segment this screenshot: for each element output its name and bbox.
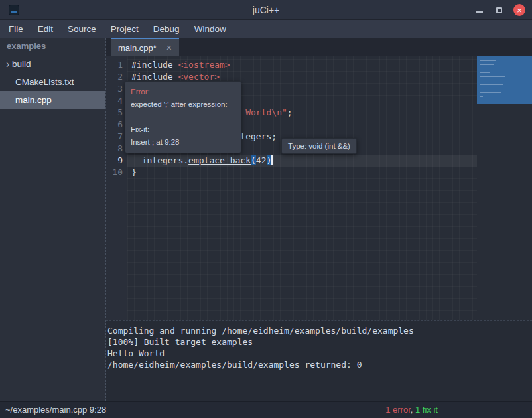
minimize-button[interactable] [475, 5, 484, 15]
status-error-count: 1 error [385, 405, 411, 415]
code-line[interactable]: #include <iostream> [127, 59, 477, 71]
code-token: } [131, 167, 137, 177]
string-token: <vector> [178, 72, 220, 82]
status-fixit-count: 1 fix it [415, 405, 438, 415]
menu-item-project[interactable]: Project [103, 21, 146, 36]
menu-item-edit[interactable]: Edit [31, 21, 60, 36]
minimap-line-mark [480, 72, 490, 73]
tabbar: main.cpp* × [106, 38, 532, 56]
app-icon [9, 5, 19, 15]
tooltip-row: Error: [131, 86, 235, 98]
tree-item-build[interactable]: ›build [0, 55, 105, 73]
output-pane[interactable]: Compiling and running /home/eidheim/exam… [106, 320, 532, 401]
menu-item-window[interactable]: Window [187, 21, 233, 36]
app-icon-glyph [11, 11, 17, 13]
app-window: juCi++ × FileEditSourceProjectDebugWindo… [0, 0, 532, 418]
tree-item-label: main.cpp [15, 95, 52, 105]
maximize-icon [496, 7, 502, 13]
minimap-slider[interactable] [477, 56, 532, 104]
sidebar-header: examples [0, 38, 105, 55]
error-tooltip: Error:expected ';' after expression:Fix-… [125, 81, 241, 153]
chevron-right-icon: › [0, 59, 12, 70]
tab-main-cpp[interactable]: main.cpp* × [111, 38, 179, 56]
tab-close-icon[interactable]: × [166, 43, 172, 52]
window-controls: × [475, 0, 525, 20]
minimap-line-mark [480, 84, 503, 85]
output-line: [100%] Built target examples [107, 336, 531, 348]
code-line[interactable]: } [127, 167, 477, 178]
menu-item-source[interactable]: Source [60, 21, 103, 36]
minimap [477, 56, 532, 320]
bracket-match-token: ( [251, 155, 256, 165]
minimize-icon [476, 11, 483, 13]
titlebar: juCi++ × [0, 0, 532, 20]
type-tooltip-text: Type: void (int &&) [288, 142, 350, 150]
tree-item-label: CMakeLists.txt [15, 77, 74, 87]
output-line: Hello World [107, 348, 531, 359]
output-line: /home/eidheim/examples/build/examples re… [107, 359, 531, 370]
code-line[interactable]: integers.emplace_back(42) [127, 155, 477, 167]
output-line: Compiling and running /home/eidheim/exam… [107, 325, 531, 336]
close-icon: × [517, 6, 522, 15]
code-token: 42 [256, 155, 267, 165]
line-number: 9 [106, 155, 127, 167]
sidebar: examples ›buildCMakeLists.txtmain.cpp [0, 38, 106, 401]
close-button[interactable]: × [513, 4, 525, 16]
line-number: 1 [106, 59, 127, 71]
bracket-match-token: ) [267, 155, 272, 165]
code-token: #include [131, 72, 178, 82]
status-diagnostics: 1 error, 1 fix it [385, 402, 438, 418]
minimap-line-mark [480, 64, 494, 65]
maximize-button[interactable] [494, 5, 503, 15]
menu-item-file[interactable]: File [1, 21, 31, 36]
menu-item-debug[interactable]: Debug [146, 21, 187, 36]
status-location: ~/examples/main.cpp 9:28 [5, 402, 106, 418]
minimap-line-mark [480, 60, 496, 61]
code-token: #include [131, 60, 178, 70]
tree-item-label: build [12, 59, 31, 69]
sidebar-tree: ›buildCMakeLists.txtmain.cpp [0, 55, 105, 109]
minimap-line-mark [480, 96, 483, 97]
minimap-line-mark [480, 76, 505, 77]
tooltip-row: Insert ; at 9:28 [131, 136, 235, 149]
tab-label: main.cpp* [118, 43, 157, 53]
window-title: juCi++ [0, 5, 532, 15]
tooltip-row: Fix-it: [131, 123, 235, 136]
type-tooltip: Type: void (int &&) [281, 138, 357, 154]
text-cursor [271, 155, 273, 165]
string-token: <iostream> [178, 60, 230, 70]
tooltip-row [131, 111, 235, 123]
code-token: integers. [131, 155, 188, 165]
menubar: FileEditSourceProjectDebugWindow [0, 20, 532, 38]
statusbar: ~/examples/main.cpp 9:28 1 error, 1 fix … [0, 401, 532, 418]
code-token: emplace_back [188, 155, 251, 165]
tree-item-main-cpp[interactable]: main.cpp [0, 91, 105, 109]
minimap-line-mark [480, 92, 501, 93]
tree-item-cmakelists-txt[interactable]: CMakeLists.txt [0, 73, 105, 91]
line-number: 10 [106, 167, 127, 178]
code-token: ; [287, 107, 293, 117]
tooltip-row: expected ';' after expression: [131, 98, 235, 111]
line-number: 2 [106, 71, 127, 83]
status-separator: , [411, 405, 415, 415]
